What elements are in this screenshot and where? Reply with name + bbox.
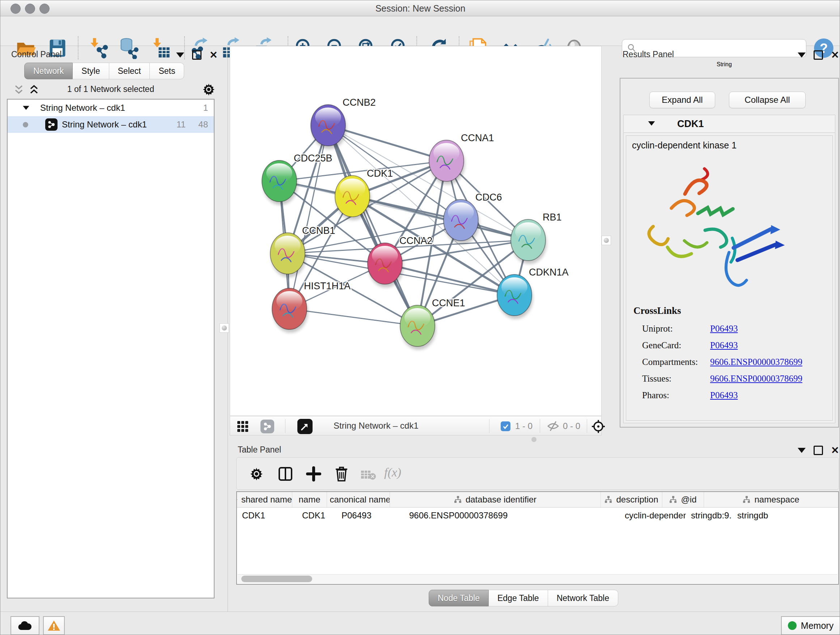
network-node-CDC6[interactable]: CDC6 (444, 192, 502, 244)
network-node-CCNA1[interactable]: CCNA1 (429, 133, 494, 185)
results-panel-window-buttons: ✕ (798, 50, 839, 60)
close-panel-icon[interactable]: ✕ (210, 51, 218, 59)
table-toolbar: f(x) (236, 457, 839, 490)
column-header-name[interactable]: name (292, 492, 327, 507)
float-panel-icon[interactable] (176, 52, 184, 57)
maximize-panel-icon[interactable] (813, 50, 823, 60)
column-header-id[interactable]: @id (662, 492, 704, 507)
tab-sets[interactable]: Sets (150, 63, 184, 79)
node-count: 11 (177, 119, 186, 130)
network-node-RB1[interactable]: RB1 (511, 212, 562, 264)
table-panel-window-buttons: ✕ (798, 446, 839, 455)
network-node-HIST1H1A[interactable]: HIST1H1A (272, 280, 351, 333)
network-list: String Network – cdk1 1 String Network –… (7, 99, 215, 599)
close-panel-icon[interactable]: ✕ (831, 447, 839, 454)
column-header-description[interactable]: description (601, 492, 662, 507)
network-node-CDKN1A[interactable]: CDKN1A (497, 267, 569, 319)
table-settings-gear-icon[interactable] (249, 467, 264, 481)
title-bar: Session: New Session (0, 0, 840, 16)
tab-network[interactable]: Network (24, 63, 73, 79)
crosslink-value[interactable]: P06493 (710, 340, 737, 350)
collapse-tree-icon[interactable] (23, 106, 29, 110)
network-node-CDK1[interactable]: CDK1 (335, 168, 393, 220)
warnings-button[interactable] (43, 616, 65, 635)
cell-namespace[interactable]: stringdb (732, 508, 838, 524)
network-node-CCNE1[interactable]: CCNE1 (400, 298, 465, 350)
delete-column-icon[interactable] (333, 466, 349, 482)
results-panel-title: Results Panel (622, 50, 674, 59)
memory-button[interactable]: Memory (781, 616, 840, 635)
delete-table-icon-disabled (360, 469, 376, 480)
edge-count: 48 (198, 119, 208, 130)
maximize-panel-icon[interactable] (813, 446, 823, 455)
warning-icon (47, 620, 60, 631)
tab-edge-table[interactable]: Edge Table (489, 590, 548, 606)
crosslink-value[interactable]: 9606.ENSP00000378699 (710, 374, 802, 384)
selected-checkbox-icon[interactable] (501, 421, 510, 431)
collapse-all-button[interactable]: Collapse All (729, 92, 806, 108)
expand-all-button[interactable]: Expand All (649, 92, 715, 108)
network-edge[interactable] (289, 309, 417, 326)
add-column-icon[interactable] (306, 466, 321, 481)
cell-description[interactable]: cyclin-dependent ... (620, 508, 686, 524)
maximize-panel-icon[interactable] (192, 50, 202, 60)
network-row-selected[interactable]: String Network – cdk1 11 48 (8, 116, 214, 133)
crosslinks-list: Uniprot: P06493 GeneCard: P06493 Compart… (642, 320, 830, 404)
column-header-canonical-name[interactable]: canonical name (327, 492, 390, 507)
cell-database-identifier[interactable]: 9606.ENSP00000378699 (404, 508, 620, 524)
crosshair-icon[interactable] (591, 419, 606, 434)
main-toolbar: ? (0, 17, 840, 46)
float-panel-icon[interactable] (798, 448, 806, 453)
table-horizontal-scrollbar[interactable] (238, 574, 837, 583)
network-collection-row[interactable]: String Network – cdk1 1 (8, 100, 214, 116)
node-label-CCNB1: CCNB1 (302, 225, 335, 236)
group-column-icon (669, 496, 677, 504)
hidden-elements-icon[interactable] (547, 421, 559, 432)
string-view-icon[interactable] (261, 420, 274, 433)
network-node-CDC25B[interactable]: CDC25B (262, 153, 332, 205)
crosslink-value[interactable]: P06493 (710, 324, 737, 334)
network-canvas[interactable]: CCNB2CCNA1CDC25BCDK1CDC6RB1CCNB1CCNA2CDK… (230, 46, 602, 416)
gear-icon[interactable] (202, 83, 215, 96)
results-panel: Results Panel ✕ String Expand All Collap… (615, 46, 840, 431)
node-label-CDK1: CDK1 (367, 168, 393, 179)
column-header-shared-name[interactable]: shared name (237, 492, 292, 507)
crosslink-value[interactable]: 9606.ENSP00000378699 (710, 357, 802, 367)
network-graph[interactable]: CCNB2CCNA1CDC25BCDK1CDC6RB1CCNB1CCNA2CDK… (230, 46, 601, 416)
show-columns-icon[interactable] (278, 466, 293, 481)
cloud-icon (18, 621, 32, 631)
float-panel-icon[interactable] (798, 52, 806, 57)
column-header-namespace[interactable]: namespace (704, 492, 838, 507)
tab-select[interactable]: Select (109, 63, 150, 79)
close-panel-icon[interactable]: ✕ (831, 51, 839, 59)
crosslink-label: Pharos: (642, 390, 710, 401)
network-edge[interactable] (328, 125, 417, 326)
tab-node-table[interactable]: Node Table (429, 590, 489, 606)
cell-shared-name[interactable]: CDK1 (237, 508, 297, 524)
network-node-CCNB2[interactable]: CCNB2 (311, 97, 376, 149)
tab-network-table[interactable]: Network Table (548, 590, 618, 606)
memory-status-dot (788, 621, 797, 630)
grid-view-icon[interactable] (237, 420, 249, 432)
scrollbar-thumb[interactable] (241, 576, 312, 582)
cell-canonical-name[interactable]: P06493 (336, 508, 404, 524)
node-label-RB1: RB1 (543, 212, 562, 223)
crosslink-value[interactable]: P06493 (710, 390, 737, 401)
tab-string[interactable]: String (706, 61, 742, 68)
protein-structure-image (636, 159, 792, 296)
cloud-status-button[interactable] (11, 616, 39, 635)
network-collection-label: String Network – cdk1 (40, 103, 125, 113)
cell-id[interactable]: stringdb:9... (686, 508, 732, 524)
birds-eye-view-icon[interactable] (297, 419, 313, 434)
status-bar: Memory (0, 611, 840, 635)
tab-style[interactable]: Style (73, 63, 109, 79)
collapse-gene-icon[interactable] (648, 121, 655, 126)
network-list-toolbar: 1 of 1 Network selected (7, 81, 215, 98)
right-splitter-handle[interactable] (602, 236, 611, 245)
column-header-database-identifier[interactable]: database identifier (390, 492, 601, 507)
network-edge[interactable] (352, 196, 528, 240)
gene-header-row[interactable]: CDK1 (624, 115, 835, 133)
table-row[interactable]: CDK1 CDK1 P06493 9606.ENSP00000378699 cy… (237, 508, 838, 524)
left-splitter-handle[interactable] (219, 323, 229, 333)
cell-name[interactable]: CDK1 (297, 508, 336, 524)
